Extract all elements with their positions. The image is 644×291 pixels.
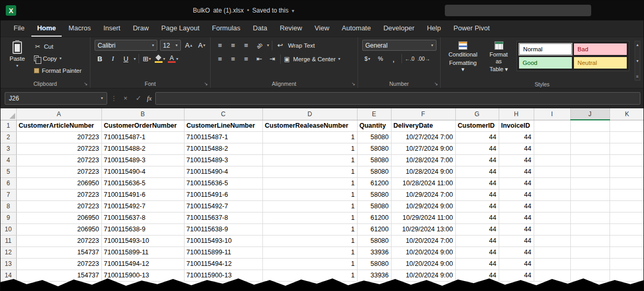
cell-H14[interactable]: 44: [499, 270, 534, 281]
menu-tab-help[interactable]: Help: [421, 20, 447, 37]
cell-K11[interactable]: [610, 235, 644, 247]
row-header-10[interactable]: 10: [1, 223, 16, 235]
cell-I4[interactable]: [534, 154, 570, 166]
style-normal[interactable]: Normal: [519, 43, 572, 55]
row-header-5[interactable]: 5: [1, 166, 16, 177]
menu-tab-developer[interactable]: Developer: [377, 20, 420, 37]
align-center-button[interactable]: ≡: [228, 54, 238, 64]
cell-D1[interactable]: CustomerRealeaseNumber: [262, 120, 357, 131]
percent-button[interactable]: %: [375, 53, 386, 64]
column-header-C[interactable]: C: [184, 108, 262, 120]
column-header-K[interactable]: K: [610, 108, 644, 120]
formula-input[interactable]: [155, 92, 640, 105]
cell-J2[interactable]: [570, 131, 610, 143]
increase-indent-button[interactable]: ⇥: [267, 54, 278, 64]
column-header-G[interactable]: G: [455, 108, 499, 120]
cell-I8[interactable]: [534, 200, 570, 212]
cell-H10[interactable]: 44: [499, 223, 534, 235]
cell-F8[interactable]: 10/29/2024 9:00: [391, 200, 455, 212]
cell-F3[interactable]: 10/27/2024 9:00: [391, 143, 455, 154]
cell-G7[interactable]: 44: [455, 189, 499, 200]
style-neutral[interactable]: Neutral: [574, 57, 627, 69]
menu-tab-review[interactable]: Review: [274, 20, 308, 37]
cell-E11[interactable]: 58080: [357, 235, 391, 247]
align-bottom-button[interactable]: ≡: [241, 40, 251, 51]
cell-J1[interactable]: [570, 120, 610, 131]
cell-K2[interactable]: [610, 131, 644, 143]
cell-J14[interactable]: [570, 270, 610, 281]
cell-B1[interactable]: CustomerOrderNumber: [101, 120, 184, 131]
cell-C8[interactable]: 7100115492-7: [184, 200, 262, 212]
gallery-more-icon[interactable]: ≡: [636, 74, 639, 79]
menu-tab-data[interactable]: Data: [247, 20, 273, 37]
gallery-down-icon[interactable]: ▾: [636, 59, 638, 63]
grow-font-button[interactable]: A▴: [183, 40, 194, 51]
shrink-font-button[interactable]: A▾: [197, 40, 207, 51]
insert-function-button[interactable]: fx: [147, 94, 152, 103]
column-header-B[interactable]: B: [101, 108, 184, 120]
cell-K12[interactable]: [610, 247, 644, 258]
cell-D14[interactable]: 1: [262, 270, 357, 281]
cell-I5[interactable]: [534, 166, 570, 177]
cell-A12[interactable]: 154737: [16, 247, 101, 258]
row-header-7[interactable]: 7: [1, 189, 16, 200]
cell-D11[interactable]: 1: [262, 235, 357, 247]
row-header-14[interactable]: 14: [1, 270, 16, 281]
cell-B8[interactable]: 7100115492-7: [101, 200, 184, 212]
cell-D8[interactable]: 1: [262, 200, 357, 212]
cell-G2[interactable]: 44: [455, 131, 499, 143]
row-header-4[interactable]: 4: [1, 154, 16, 166]
cell-D13[interactable]: 1: [262, 258, 357, 270]
underline-button[interactable]: U: [121, 53, 131, 64]
format-painter-button[interactable]: Format Painter: [34, 65, 82, 76]
gallery-up-icon[interactable]: ▴: [636, 42, 638, 47]
row-header-2[interactable]: 2: [1, 131, 16, 143]
chevron-down-icon[interactable]: ▾: [292, 8, 294, 14]
format-as-table-button[interactable]: Format as Table ▾: [485, 40, 512, 81]
cell-E9[interactable]: 61200: [357, 212, 391, 223]
font-color-button[interactable]: A▾: [168, 53, 178, 64]
dialog-launcher-icon[interactable]: ↘: [434, 81, 439, 86]
cell-G12[interactable]: 44: [455, 247, 499, 258]
cell-C5[interactable]: 7100115490-4: [184, 166, 262, 177]
style-good[interactable]: Good: [519, 57, 572, 69]
cell-C6[interactable]: 7100115636-5: [184, 177, 262, 189]
cell-K9[interactable]: [610, 212, 644, 223]
cell-A14[interactable]: 154737: [16, 270, 101, 281]
cell-H1[interactable]: InvoiceID: [499, 120, 534, 131]
cell-E1[interactable]: Quantity: [357, 120, 391, 131]
cell-H9[interactable]: 44: [499, 212, 534, 223]
cell-G11[interactable]: 44: [455, 235, 499, 247]
cell-B9[interactable]: 7100115637-8: [101, 212, 184, 223]
dialog-launcher-icon[interactable]: ↘: [204, 81, 208, 86]
cell-E13[interactable]: 58080: [357, 258, 391, 270]
row-header-13[interactable]: 13: [1, 258, 16, 270]
cell-I12[interactable]: [534, 247, 570, 258]
menu-tab-macros[interactable]: Macros: [63, 20, 97, 37]
borders-button[interactable]: ⊞▾: [142, 53, 152, 64]
cell-I11[interactable]: [534, 235, 570, 247]
align-left-button[interactable]: ≡: [215, 54, 225, 64]
cell-J10[interactable]: [570, 223, 610, 235]
cell-D3[interactable]: 1: [262, 143, 357, 154]
column-header-D[interactable]: D: [262, 108, 357, 120]
currency-button[interactable]: $▾: [362, 53, 373, 64]
menu-tab-page-layout[interactable]: Page Layout: [156, 20, 205, 37]
cell-E12[interactable]: 33936: [357, 247, 391, 258]
cell-D10[interactable]: 1: [262, 223, 357, 235]
menu-tab-insert[interactable]: Insert: [98, 20, 126, 37]
font-name-combo[interactable]: Calibri ▾: [95, 40, 157, 51]
cell-C9[interactable]: 7100115637-8: [184, 212, 262, 223]
chevron-down-icon[interactable]: ▾: [134, 57, 136, 61]
cell-G8[interactable]: 44: [455, 200, 499, 212]
cell-B7[interactable]: 7100115491-6: [101, 189, 184, 200]
cell-B12[interactable]: 7100115899-11: [101, 247, 184, 258]
font-size-combo[interactable]: 12 ▾: [160, 40, 181, 51]
cell-G10[interactable]: 44: [455, 223, 499, 235]
style-bad[interactable]: Bad: [574, 43, 627, 55]
cell-D9[interactable]: 1: [262, 212, 357, 223]
cell-F4[interactable]: 10/28/2024 7:00: [391, 154, 455, 166]
cell-G3[interactable]: 44: [455, 143, 499, 154]
cell-C12[interactable]: 7100115899-11: [184, 247, 262, 258]
copy-button[interactable]: Copy ▾: [34, 53, 82, 64]
